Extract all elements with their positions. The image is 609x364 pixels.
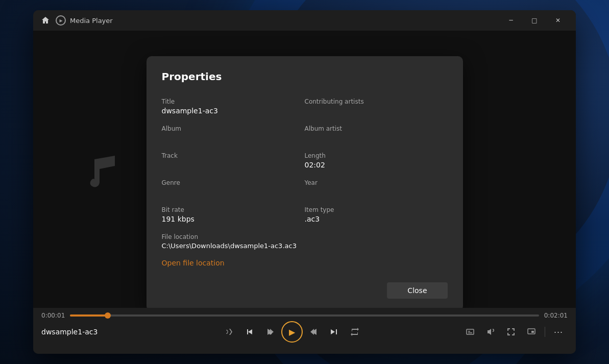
year-property: Year — <box>305 174 448 201</box>
progress-row: 0:00:01 0:02:01 <box>33 308 576 321</box>
playback-controls: 10 ▶ <box>220 321 364 343</box>
maximize-button[interactable]: □ <box>523 12 546 29</box>
progress-fill <box>70 314 107 317</box>
album-artist-label: Album artist <box>305 125 448 132</box>
bottom-bar: 0:00:01 0:02:01 dwsample1-ac3 <box>33 308 576 354</box>
window-controls: ─ □ ✕ <box>499 12 570 29</box>
bit-rate-label: Bit rate <box>162 206 305 213</box>
length-value: 02:02 <box>305 161 448 169</box>
title-label: Title <box>162 98 305 105</box>
contributing-artists-label: Contributing artists <box>305 98 448 105</box>
contributing-artists-property: Contributing artists — <box>305 93 448 120</box>
open-file-location-link[interactable]: Open file location <box>162 255 225 269</box>
fullscreen-button[interactable] <box>502 323 520 341</box>
dialog-footer: Close <box>162 282 448 299</box>
close-window-button[interactable]: ✕ <box>546 12 570 29</box>
minimize-button[interactable]: ─ <box>499 12 523 29</box>
content-area: Properties Title dwsample1-ac3 Contribut… <box>33 31 576 308</box>
track-title: dwsample1-ac3 <box>41 328 123 336</box>
length-label: Length <box>305 152 448 159</box>
album-property: Album — <box>162 120 305 147</box>
album-artist-property: Album artist — <box>305 120 448 147</box>
genre-label: Genre <box>162 179 305 186</box>
dialog-title: Properties <box>162 70 448 83</box>
track-property: Track — <box>162 147 305 174</box>
length-property: Length 02:02 <box>305 147 448 174</box>
time-current: 0:00:01 <box>41 312 65 319</box>
progress-bar[interactable] <box>70 314 539 317</box>
repeat-button[interactable] <box>346 323 364 341</box>
title-property: Title dwsample1-ac3 <box>162 93 305 120</box>
properties-dialog: Properties Title dwsample1-ac3 Contribut… <box>147 56 463 308</box>
album-value: — <box>162 134 305 142</box>
svg-text:10: 10 <box>269 332 272 335</box>
right-controls: ··· <box>461 323 568 341</box>
volume-button[interactable] <box>481 323 500 341</box>
title-value: dwsample1-ac3 <box>162 107 305 115</box>
home-button[interactable] <box>39 14 52 27</box>
title-bar: ▶ Media Player ─ □ ✕ <box>33 10 576 31</box>
file-location-property: File location C:\Users\Downloads\dwsampl… <box>162 228 448 255</box>
rewind-10-button[interactable]: 10 <box>261 323 279 341</box>
bit-rate-property: Bit rate 191 kbps <box>162 201 305 228</box>
svg-rect-1 <box>467 329 474 334</box>
app-window: ▶ Media Player ─ □ ✕ Properties <box>33 10 576 354</box>
item-type-value: .ac3 <box>305 215 448 223</box>
track-value: — <box>162 161 305 169</box>
time-total: 0:02:01 <box>544 312 568 319</box>
next-button[interactable] <box>325 323 344 341</box>
svg-rect-5 <box>531 331 534 333</box>
genre-property: Genre — <box>162 174 305 201</box>
app-title: Media Player <box>70 17 495 25</box>
progress-thumb <box>105 312 111 319</box>
year-label: Year <box>305 179 448 186</box>
play-pause-button[interactable]: ▶ <box>281 321 303 343</box>
pip-button[interactable] <box>522 323 541 341</box>
previous-button[interactable] <box>240 323 259 341</box>
bit-rate-value: 191 kbps <box>162 215 305 223</box>
captions-button[interactable] <box>461 323 479 341</box>
properties-grid: Title dwsample1-ac3 Contributing artists… <box>162 93 448 273</box>
shuffle-button[interactable] <box>220 323 238 341</box>
file-location-label: File location <box>162 233 448 240</box>
divider <box>545 327 545 337</box>
track-label: Track <box>162 152 305 159</box>
album-label: Album <box>162 125 305 132</box>
album-artist-value: — <box>305 134 448 142</box>
more-options-button[interactable]: ··· <box>549 323 568 341</box>
year-value: — <box>305 188 448 196</box>
contributing-artists-value: — <box>305 107 448 115</box>
forward-30-button[interactable] <box>305 323 323 341</box>
genre-value: — <box>162 188 305 196</box>
close-dialog-button[interactable]: Close <box>387 282 447 299</box>
item-type-property: Item type .ac3 <box>305 201 448 228</box>
app-icon: ▶ <box>56 15 66 26</box>
item-type-label: Item type <box>305 206 448 213</box>
file-location-value: C:\Users\Downloads\dwsample1-ac3.ac3 <box>162 242 448 250</box>
controls-row: dwsample1-ac3 10 <box>33 321 576 347</box>
